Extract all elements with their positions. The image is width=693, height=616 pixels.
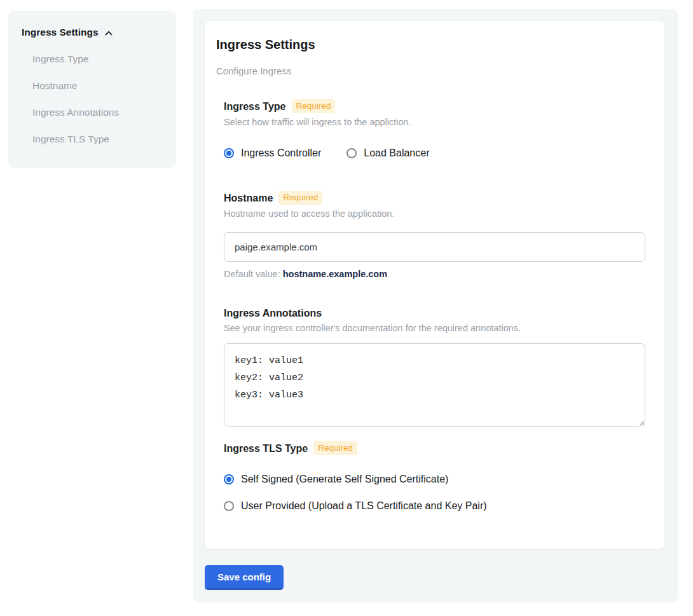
sidebar-item-ingress-tls-type[interactable]: Ingress TLS Type <box>32 133 176 145</box>
sidebar: Ingress Settings Ingress Type Hostname I… <box>8 11 176 168</box>
section-ingress-annotations: Ingress Annotations See your ingress con… <box>224 307 645 427</box>
save-config-button[interactable]: Save config <box>205 565 284 590</box>
radio-label: Ingress Controller <box>241 147 321 159</box>
ingress-type-label: Ingress Type <box>224 100 286 113</box>
ingress-tls-type-label: Ingress TLS Type <box>224 442 308 455</box>
radio-label: Self Signed (Generate Self Signed Certif… <box>241 473 448 485</box>
radio-ingress-controller[interactable]: Ingress Controller <box>224 147 321 159</box>
required-badge: Required <box>292 99 336 113</box>
default-value-prefix: Default value: <box>224 269 283 279</box>
required-badge: Required <box>278 191 322 205</box>
section-ingress-tls-type: Ingress TLS Type Required Self Signed (G… <box>224 441 645 512</box>
ingress-annotations-textarea[interactable]: key1: value1 key2: value2 key3: value3 <box>224 343 645 427</box>
section-ingress-type: Ingress Type Required Select how traffic… <box>224 99 645 159</box>
page-title: Ingress Settings <box>216 38 645 52</box>
sidebar-item-ingress-annotations[interactable]: Ingress Annotations <box>32 107 176 118</box>
hostname-input[interactable] <box>224 232 645 262</box>
required-badge: Required <box>313 441 357 455</box>
radio-icon <box>224 148 234 158</box>
sidebar-item-ingress-type[interactable]: Ingress Type <box>32 53 176 65</box>
default-value: hostname.example.com <box>283 269 387 279</box>
radio-self-signed[interactable]: Self Signed (Generate Self Signed Certif… <box>224 473 645 485</box>
ingress-type-description: Select how traffic will ingress to the a… <box>224 117 645 128</box>
chevron-up-icon <box>104 30 113 37</box>
radio-load-balancer[interactable]: Load Balancer <box>346 147 429 159</box>
ingress-annotations-label: Ingress Annotations <box>224 307 322 319</box>
radio-label: Load Balancer <box>364 147 429 159</box>
ingress-tls-type-options: Self Signed (Generate Self Signed Certif… <box>224 473 645 512</box>
radio-icon <box>346 148 357 158</box>
sidebar-group-label: Ingress Settings <box>22 27 99 38</box>
radio-icon <box>224 474 234 484</box>
sidebar-list: Ingress Type Hostname Ingress Annotation… <box>22 53 176 145</box>
hostname-default-line: Default value: hostname.example.com <box>224 269 645 279</box>
ingress-settings-card: Ingress Settings Configure Ingress Ingre… <box>205 21 664 549</box>
sidebar-group-ingress-settings[interactable]: Ingress Settings <box>22 27 176 38</box>
radio-user-provided[interactable]: User Provided (Upload a TLS Certificate … <box>224 500 645 512</box>
hostname-description: Hostname used to access the application. <box>224 209 645 219</box>
main-panel: Ingress Settings Configure Ingress Ingre… <box>193 9 678 603</box>
hostname-label: Hostname <box>224 192 273 204</box>
radio-label: User Provided (Upload a TLS Certificate … <box>241 500 487 512</box>
form-sections: Ingress Type Required Select how traffic… <box>224 99 645 512</box>
radio-icon <box>224 501 234 511</box>
section-hostname: Hostname Required Hostname used to acces… <box>224 191 645 279</box>
ingress-type-options: Ingress Controller Load Balancer <box>224 147 645 159</box>
page-subtitle: Configure Ingress <box>216 65 645 76</box>
sidebar-item-hostname[interactable]: Hostname <box>32 80 176 92</box>
ingress-annotations-description: See your ingress controller's documentat… <box>224 323 645 334</box>
